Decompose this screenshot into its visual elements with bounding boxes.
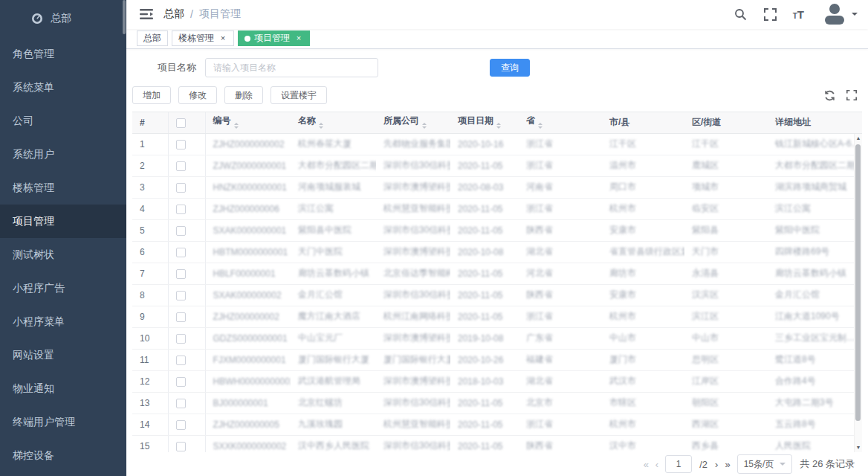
select-all-checkbox[interactable] (176, 118, 186, 128)
sidebar-item-root[interactable]: 总部 (0, 0, 126, 37)
tab-楼栋管理[interactable]: 楼栋管理× (172, 30, 234, 46)
toolbar-button-增加[interactable]: 增加 (132, 86, 171, 104)
close-icon[interactable]: × (218, 34, 227, 43)
page-size-value: 15条/页 (744, 458, 774, 471)
cell: 江南大道1090号 (768, 306, 862, 327)
toolbar-button-删除[interactable]: 删除 (224, 86, 263, 104)
sidebar-item-小程序广告[interactable]: 小程序广告 (0, 271, 126, 305)
sidebar-item-物业通知[interactable]: 物业通知 (0, 372, 126, 405)
cell-text: 北京佰达季智能科… (383, 268, 450, 278)
page-size-select[interactable]: 15条/页 (737, 454, 793, 474)
row-checkbox[interactable] (176, 377, 186, 387)
project-name-input[interactable] (205, 58, 378, 77)
column-header-名称[interactable]: 名称 (291, 112, 376, 133)
tab-总部[interactable]: 总部 (137, 30, 168, 46)
content: 项目名称 查询 增加修改删除设置楼宇 (126, 49, 868, 476)
row-checkbox-cell (168, 349, 205, 370)
fullscreen-icon[interactable] (763, 7, 778, 22)
table-scrollbar[interactable]: ▲ ▼ (854, 134, 862, 452)
cell: 北京红螺坊 (291, 392, 376, 414)
toolbar-button-设置楼宇[interactable]: 设置楼宇 (271, 86, 327, 104)
row-checkbox[interactable] (176, 183, 186, 193)
last-page-button[interactable]: » (725, 459, 729, 470)
column-header-编号[interactable]: 编号 (205, 112, 291, 133)
tab-label: 楼栋管理 (178, 32, 214, 45)
cell: GDZS0000000001 (205, 327, 291, 349)
sidebar-scrollbar[interactable] (123, 0, 126, 34)
row-checkbox[interactable] (176, 269, 186, 279)
row-checkbox[interactable] (176, 312, 186, 322)
cell: 三乡工业区宝元制… (768, 327, 862, 349)
breadcrumb-root[interactable]: 总部 (163, 7, 184, 21)
cell: 省直管县级行政区划 (602, 241, 684, 263)
column-label: 区/街道 (692, 117, 721, 127)
sort-icon[interactable] (319, 120, 323, 131)
row-checkbox[interactable] (176, 248, 186, 257)
cell-text: 滨江公寓 (775, 203, 811, 213)
row-checkbox[interactable] (176, 205, 186, 214)
cell: 魔方江南大酒店 (291, 306, 376, 327)
search-icon[interactable] (733, 7, 748, 22)
cell-text: ZJHZ000000002 (213, 312, 279, 322)
cell: BJ000000001 (205, 392, 291, 414)
cell: 安康市 (602, 219, 684, 241)
row-checkbox[interactable] (176, 140, 186, 149)
sidebar-item-终端用户管理[interactable]: 终端用户管理 (0, 405, 126, 439)
column-header-项目日期[interactable]: 项目日期 (450, 112, 519, 133)
scroll-down-icon[interactable]: ▼ (856, 443, 861, 452)
row-checkbox[interactable] (176, 161, 186, 171)
cell: 项城市 (684, 176, 768, 198)
cell-text: ZJHZ000000006 (213, 204, 279, 214)
scroll-up-icon[interactable]: ▲ (856, 134, 861, 143)
row-checkbox[interactable] (176, 420, 186, 430)
row-checkbox[interactable] (176, 442, 186, 451)
sidebar-item-梯控设备[interactable]: 梯控设备 (0, 439, 126, 472)
sort-icon[interactable] (422, 120, 427, 131)
row-checkbox[interactable] (176, 226, 186, 236)
query-button[interactable]: 查询 (490, 59, 530, 77)
first-page-button[interactable]: « (644, 459, 648, 470)
cell: 鹭江道8号 (768, 349, 862, 370)
cell-text: 杭州慧亚智能科技… (383, 419, 450, 429)
sidebar-item-系统用户[interactable]: 系统用户 (0, 138, 126, 171)
prev-page-button[interactable]: ‹ (655, 459, 658, 470)
sidebar-item-项目管理[interactable]: 项目管理 (0, 205, 126, 238)
sort-icon[interactable] (234, 120, 239, 131)
column-header-checkbox[interactable] (168, 112, 205, 133)
tab-项目管理[interactable]: 项目管理× (238, 30, 310, 46)
app-root: 总部 角色管理系统菜单公司系统用户楼栋管理项目管理测试树状小程序广告小程序菜单网… (0, 0, 868, 476)
close-icon[interactable]: × (294, 34, 303, 43)
sort-icon[interactable] (538, 120, 542, 131)
cell-text: 魔方江南大酒店 (298, 311, 360, 321)
row-checkbox[interactable] (176, 399, 186, 408)
user-menu[interactable] (822, 3, 858, 25)
row-checkbox[interactable] (176, 356, 186, 365)
hamburger-icon[interactable] (140, 7, 155, 22)
column-header-省[interactable]: 省 (519, 112, 602, 133)
table-fullscreen-icon[interactable] (846, 89, 858, 101)
font-size-icon[interactable]: TT (793, 8, 804, 21)
page-number-input[interactable] (665, 455, 692, 473)
table-row: 7HBLF00000001廊坊云基数码小镇北京佰达季智能科…2020-11-05… (132, 263, 862, 284)
sidebar-item-角色管理[interactable]: 角色管理 (0, 37, 126, 71)
row-checkbox[interactable] (176, 291, 186, 300)
scrollbar-thumb[interactable] (855, 144, 861, 421)
cell: 中山市 (602, 327, 684, 349)
sort-icon[interactable] (496, 120, 501, 131)
refresh-icon[interactable] (823, 89, 835, 101)
next-page-button[interactable]: › (715, 459, 717, 470)
sidebar-item-测试树状[interactable]: 测试树状 (0, 238, 126, 271)
sidebar-item-小程序菜单[interactable]: 小程序菜单 (0, 305, 126, 338)
column-header-所属公司[interactable]: 所属公司 (376, 112, 450, 133)
sidebar-item-楼栋管理[interactable]: 楼栋管理 (0, 171, 126, 205)
sidebar-item-公司[interactable]: 公司 (0, 104, 126, 138)
cell: 大都市分配园区二期 (768, 155, 862, 176)
cell: 2020-10-26 (450, 349, 519, 370)
table-header: #编号名称所属公司项目日期省市/县区/街道详细地址 (132, 112, 862, 133)
navbar: 总部 / 项目管理 (126, 0, 868, 29)
cell: 温州市 (602, 155, 684, 176)
sidebar-item-系统菜单[interactable]: 系统菜单 (0, 71, 126, 104)
sidebar-item-网站设置[interactable]: 网站设置 (0, 338, 126, 372)
toolbar-button-修改[interactable]: 修改 (178, 86, 217, 104)
row-checkbox[interactable] (176, 334, 186, 344)
